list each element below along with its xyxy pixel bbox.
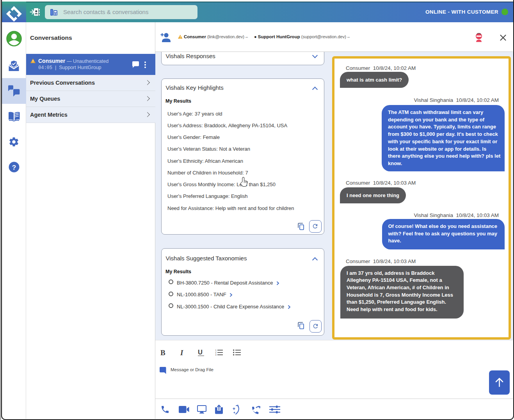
svg-text:?: ?	[12, 164, 16, 171]
svg-text:3: 3	[215, 354, 217, 356]
